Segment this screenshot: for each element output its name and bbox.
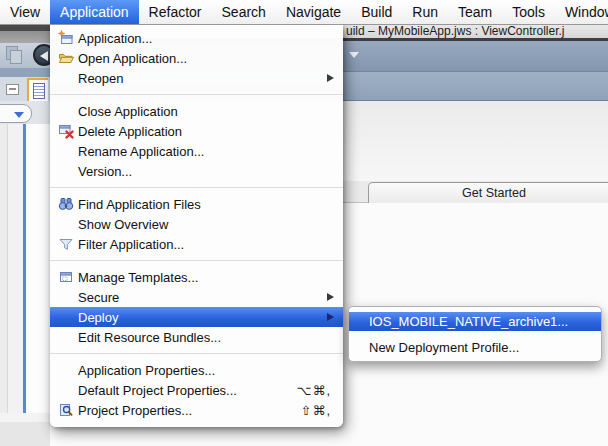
menu-item-show-overview[interactable]: Show Overview [50,214,343,234]
menubar-item-tools[interactable]: Tools [502,0,555,24]
statusbar-left [0,422,50,446]
titlebar-left [0,31,50,43]
menu-item-filter-application[interactable]: Filter Application... [50,234,343,254]
menu-separator [50,88,343,101]
menu-item-manage-templates[interactable]: Manage Templates... [50,267,343,287]
menu-item-label: Manage Templates... [78,270,198,285]
menu-item-label: Open Application... [78,51,187,66]
menu-item-label: Edit Resource Bundles... [78,330,221,345]
menu-item-rename-application[interactable]: Rename Application... [50,141,343,161]
menu-item-find-application-files[interactable]: Find Application Files [50,194,343,214]
icon-spacer [57,309,74,326]
icon-spacer [57,143,74,160]
submenu-arrow-icon [327,313,334,321]
menu-item-label: Deploy [78,310,118,325]
icon-spacer [57,70,74,87]
menu-item-label: Application... [78,31,152,46]
menu-item-label: Version... [78,164,132,179]
menubar: View Application Refactor Search Navigat… [0,0,608,25]
menu-separator [50,254,343,267]
menu-item-label: Application Properties... [78,363,215,378]
icon-spacer [57,103,74,120]
icon-spacer [57,329,74,346]
menubar-item-window[interactable]: Window [555,0,608,24]
menu-item-version[interactable]: Version... [50,161,343,181]
menu-item-label: Project Properties... [78,403,192,418]
menu-item-label: Filter Application... [78,237,184,252]
copy-icon[interactable] [10,50,22,64]
menu-item-label: Close Application [78,104,178,119]
menu-item-default-project-properties[interactable]: Default Project Properties... ⌥⌘, [50,380,343,400]
delete-application-icon [57,123,74,140]
menu-item-label: Find Application Files [78,197,201,212]
menu-item-application[interactable]: Application... [50,28,343,48]
application-select-dropdown[interactable] [0,104,32,123]
minimize-panel-icon[interactable] [6,84,19,95]
submenu-item-new-deployment-profile[interactable]: New Deployment Profile... [349,338,601,357]
jdeveloper-window: View Application Refactor Search Navigat… [0,0,608,446]
menubar-item-navigate[interactable]: Navigate [276,0,351,24]
submenu-arrow-icon [327,293,334,301]
deploy-submenu: IOS_MOBILE_NATIVE_archive1... New Deploy… [348,306,602,362]
document-icon [33,83,45,99]
menu-item-label: Secure [78,290,119,305]
menubar-item-run[interactable]: Run [402,0,448,24]
menu-item-delete-application[interactable]: Delete Application [50,121,343,141]
icon-spacer [57,216,74,233]
menu-item-project-properties[interactable]: Project Properties... ⇧⌘, [50,400,343,420]
manage-templates-icon [57,269,74,286]
menubar-item-team[interactable]: Team [448,0,502,24]
icon-spacer [57,382,74,399]
shortcut-label: ⇧⌘, [300,403,331,418]
menu-separator [50,347,343,360]
left-gutter [0,124,8,415]
menu-item-label: Rename Application... [78,144,204,159]
back-arrow-icon [40,51,48,61]
menubar-item-application[interactable]: Application [50,0,139,24]
menubar-item-refactor[interactable]: Refactor [139,0,212,24]
submenu-arrow-icon [327,74,334,82]
navigator-selected-tab[interactable] [27,78,48,101]
menu-item-label: Default Project Properties... [78,383,237,398]
application-menu: Application... Open Application... Reope… [50,25,343,427]
icon-spacer [57,289,74,306]
toolbar-strip [0,68,50,77]
properties-icon [57,402,74,419]
menubar-item-build[interactable]: Build [351,0,402,24]
open-folder-icon [57,50,74,67]
menu-item-label: Delete Application [78,124,182,139]
icon-spacer [57,163,74,180]
menu-item-close-application[interactable]: Close Application [50,101,343,121]
chevron-down-icon [14,112,24,118]
toolbar-dropdown-icon[interactable] [349,52,359,58]
menu-item-edit-resource-bundles[interactable]: Edit Resource Bundles... [50,327,343,347]
filter-icon [57,236,74,253]
shortcut-label: ⌥⌘, [296,383,331,398]
menu-item-label: Show Overview [78,217,168,232]
menu-item-label: Reopen [78,71,124,86]
menu-item-secure[interactable]: Secure [50,287,343,307]
statusbar-top-strip [0,413,50,422]
menu-item-deploy[interactable]: Deploy [50,307,343,327]
menu-item-reopen[interactable]: Reopen [50,68,343,88]
navigator-panel [9,124,23,415]
menu-item-application-properties[interactable]: Application Properties... [50,360,343,380]
binoculars-icon [57,196,74,213]
menubar-item-view[interactable]: View [0,0,50,24]
menubar-item-search[interactable]: Search [212,0,276,24]
navigator-panel-body [26,124,50,415]
menu-separator [50,181,343,194]
menu-item-open-application[interactable]: Open Application... [50,48,343,68]
submenu-item-ios-mobile-native-archive[interactable]: IOS_MOBILE_NATIVE_archive1... [349,312,601,331]
window-title: uild – MyMobileApp.jws : ViewController.… [346,25,565,38]
icon-spacer [57,362,74,379]
new-application-icon [57,30,74,47]
tab-get-started[interactable]: Get Started [368,182,608,203]
